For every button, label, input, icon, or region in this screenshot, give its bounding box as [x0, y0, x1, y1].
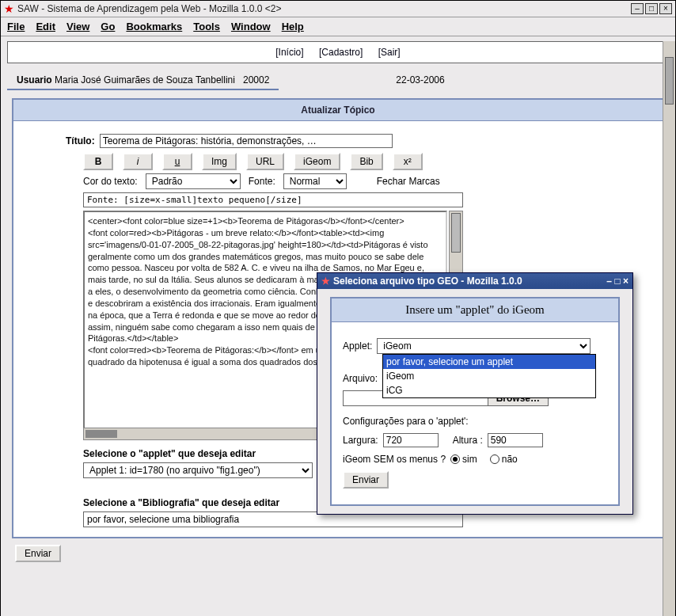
dropdown-option-icg[interactable]: iCG: [383, 383, 595, 397]
dropdown-option-igeom[interactable]: iGeom: [383, 369, 595, 383]
user-row: Usuario Maria José Guimarães de Souza Ta…: [7, 71, 279, 90]
nav-sair[interactable]: [Sair]: [378, 47, 401, 58]
star-icon: ★: [321, 276, 330, 287]
source-line: Fonte: [size=x-small]texto pequeno[/size…: [83, 192, 463, 207]
radio-nao-label: não: [502, 454, 518, 465]
page-scrollbar[interactable]: [663, 41, 675, 616]
applet-label: Applet:: [343, 340, 372, 352]
popup-enviar-button[interactable]: Enviar: [343, 471, 389, 489]
panel-title: Atualizar Tópico: [13, 100, 663, 121]
insert-panel: Insere um "applet" do iGeom Applet: iGeo…: [330, 297, 620, 506]
radio-sim[interactable]: sim: [450, 454, 477, 465]
menu-file[interactable]: File: [7, 21, 25, 32]
menu-go[interactable]: Go: [101, 21, 115, 32]
x2-button[interactable]: x²: [393, 153, 423, 170]
radio-icon: [490, 454, 499, 464]
dropdown-hint[interactable]: por favor, selecione um applet: [383, 355, 595, 369]
radio-icon: [450, 454, 460, 464]
popup-maximize-button[interactable]: □: [614, 276, 620, 287]
igeom-button[interactable]: iGeom: [294, 153, 340, 170]
underline-button[interactable]: u: [162, 153, 192, 170]
popup-titlebar: ★ Seleciona arquivo tipo GEO - Mozilla 1…: [317, 273, 632, 289]
insert-panel-title: Insere um "applet" do iGeom: [332, 298, 618, 322]
bib-button[interactable]: Bib: [350, 153, 382, 170]
cor-select[interactable]: Padrão: [146, 173, 241, 189]
popup-title: Seleciona arquivo tipo GEO - Mozilla 1.0…: [333, 276, 606, 287]
nav-inicio[interactable]: [Início]: [275, 47, 303, 58]
largura-label: Largura:: [343, 435, 378, 446]
radio-sim-label: sim: [462, 454, 477, 465]
format-toolbar: B i u Img URL iGeom Bib x²: [83, 153, 648, 170]
textarea-vthumb[interactable]: [451, 213, 461, 253]
user-name: Maria José Guimarães de Souza Tanbellini: [55, 74, 235, 86]
top-nav: [Início] [Cadastro] [Sair]: [7, 41, 669, 63]
date: 22-03-2006: [396, 74, 444, 86]
bold-button[interactable]: B: [83, 153, 113, 170]
italic-button[interactable]: i: [123, 153, 153, 170]
nav-cadastro[interactable]: [Cadastro]: [319, 47, 363, 58]
altura-input[interactable]: [488, 433, 543, 447]
applet-dropdown: por favor, selecione um applet iGeom iCG: [382, 354, 596, 398]
user-label: Usuario: [17, 74, 52, 86]
star-icon: ★: [4, 2, 14, 15]
menu-window[interactable]: Window: [231, 21, 271, 32]
popup-body: Insere um "applet" do iGeom Applet: iGeo…: [317, 289, 632, 514]
fonte-select[interactable]: Normal: [283, 173, 347, 189]
popup-window: ★ Seleciona arquivo tipo GEO - Mozilla 1…: [317, 272, 633, 515]
largura-input[interactable]: [383, 433, 439, 447]
maximize-button[interactable]: □: [645, 3, 658, 14]
radio-nao[interactable]: não: [490, 454, 518, 465]
menu-edit[interactable]: Edit: [36, 21, 55, 32]
titulo-label: Título:: [66, 135, 95, 146]
applet-type-select[interactable]: iGeom: [377, 338, 591, 354]
fonte-label: Fonte:: [249, 176, 275, 187]
menu-bookmarks[interactable]: Bookmarks: [126, 21, 182, 32]
titulo-input[interactable]: [100, 134, 393, 148]
main-titlebar: ★ SAW - Sistema de Aprendizagem pela Web…: [1, 1, 675, 17]
menubar: File Edit View Go Bookmarks Tools Window…: [1, 17, 675, 36]
applet-select[interactable]: Applet 1: id=1780 (no arquivo "fig1.geo"…: [83, 462, 313, 478]
close-button[interactable]: ×: [659, 3, 672, 14]
menu-help[interactable]: Help: [282, 21, 304, 32]
window-title: SAW - Sistema de Aprendizagem pela Web -…: [17, 3, 631, 14]
scrollbar-thumb[interactable]: [665, 57, 674, 105]
menu-view[interactable]: View: [66, 21, 89, 32]
altura-label: Altura :: [453, 435, 483, 446]
textarea-hthumb[interactable]: [85, 430, 117, 438]
font-row: Cor do texto: Padrão Fonte: Normal Fecha…: [83, 173, 593, 189]
popup-minimize-button[interactable]: –: [606, 276, 612, 287]
url-button[interactable]: URL: [246, 153, 284, 170]
user-id: 20002: [243, 74, 269, 86]
fechar-marcas[interactable]: Fechar Marcas: [377, 176, 440, 187]
menus-label: iGeom SEM os menus ?: [343, 454, 446, 465]
minimize-button[interactable]: –: [631, 3, 644, 14]
arquivo-label: Arquivo:: [343, 373, 378, 384]
popup-close-button[interactable]: ×: [623, 276, 629, 287]
config-label: Configurações para o 'applet':: [343, 416, 469, 427]
menu-tools[interactable]: Tools: [193, 21, 220, 32]
cor-label: Cor do texto:: [83, 176, 138, 187]
enviar-button[interactable]: Enviar: [15, 545, 61, 562]
img-button[interactable]: Img: [202, 153, 237, 170]
